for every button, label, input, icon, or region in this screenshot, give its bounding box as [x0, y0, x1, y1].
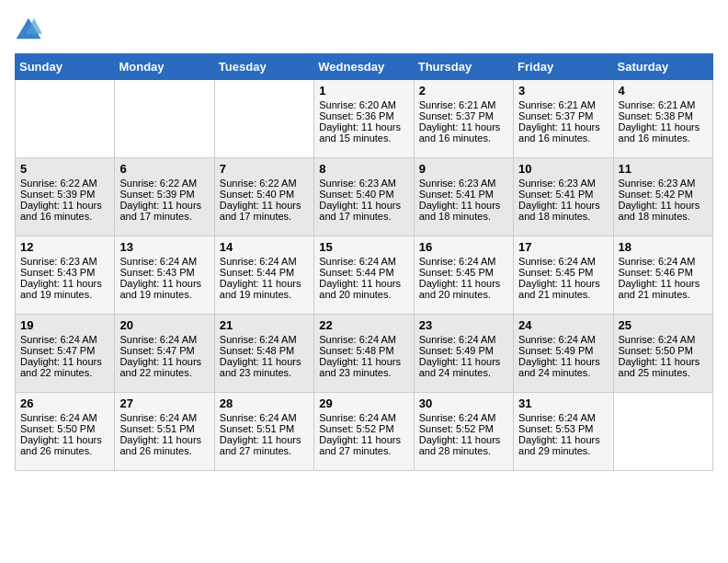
- day-info: Sunset: 5:51 PM: [119, 423, 209, 434]
- day-info: Sunset: 5:45 PM: [518, 267, 608, 278]
- logo: [15, 15, 46, 42]
- day-info: Daylight: 11 hours and 24 minutes.: [518, 356, 608, 378]
- day-number: 15: [319, 240, 408, 254]
- calendar-cell: 28Sunrise: 6:24 AMSunset: 5:51 PMDayligh…: [214, 393, 313, 471]
- day-number: 23: [419, 318, 508, 332]
- day-info: Sunrise: 6:21 AM: [419, 99, 508, 110]
- day-info: Daylight: 11 hours and 18 minutes.: [419, 200, 508, 222]
- day-number: 9: [419, 162, 508, 176]
- day-info: Sunrise: 6:24 AM: [319, 334, 408, 345]
- calendar-cell: 9Sunrise: 6:23 AMSunset: 5:41 PMDaylight…: [414, 158, 513, 236]
- day-info: Sunrise: 6:23 AM: [319, 178, 408, 189]
- calendar-header-wednesday: Wednesday: [314, 54, 414, 80]
- day-info: Daylight: 11 hours and 16 minutes.: [619, 121, 708, 144]
- calendar-cell: 10Sunrise: 6:23 AMSunset: 5:41 PMDayligh…: [514, 158, 613, 236]
- day-number: 10: [518, 162, 608, 176]
- day-number: 21: [220, 318, 309, 332]
- day-info: Daylight: 11 hours and 16 minutes.: [419, 121, 508, 144]
- day-info: Daylight: 11 hours and 27 minutes.: [220, 434, 309, 456]
- day-number: 16: [419, 240, 508, 254]
- day-info: Sunrise: 6:24 AM: [518, 256, 608, 267]
- day-info: Sunset: 5:39 PM: [119, 189, 209, 200]
- day-info: Sunrise: 6:24 AM: [619, 256, 708, 267]
- day-info: Sunset: 5:43 PM: [20, 267, 109, 278]
- day-number: 3: [518, 84, 608, 98]
- day-info: Sunset: 5:47 PM: [119, 345, 209, 356]
- day-info: Sunset: 5:49 PM: [419, 345, 508, 356]
- day-info: Sunset: 5:49 PM: [518, 345, 608, 356]
- day-info: Daylight: 11 hours and 26 minutes.: [119, 434, 209, 456]
- day-info: Sunrise: 6:20 AM: [319, 99, 408, 110]
- day-number: 1: [319, 84, 408, 98]
- day-info: Daylight: 11 hours and 16 minutes.: [518, 121, 608, 144]
- calendar-cell: 15Sunrise: 6:24 AMSunset: 5:44 PMDayligh…: [314, 236, 414, 315]
- day-info: Sunrise: 6:24 AM: [220, 412, 309, 423]
- calendar-cell: 3Sunrise: 6:21 AMSunset: 5:37 PMDaylight…: [514, 80, 613, 158]
- day-info: Sunset: 5:46 PM: [619, 267, 708, 278]
- day-info: Daylight: 11 hours and 27 minutes.: [319, 434, 408, 456]
- calendar-cell: [214, 80, 313, 158]
- day-info: Sunrise: 6:22 AM: [119, 178, 209, 189]
- day-info: Daylight: 11 hours and 18 minutes.: [619, 200, 708, 222]
- day-info: Sunrise: 6:24 AM: [319, 256, 408, 267]
- day-info: Sunrise: 6:23 AM: [419, 178, 508, 189]
- day-number: 12: [20, 240, 109, 254]
- day-info: Sunrise: 6:24 AM: [419, 256, 508, 267]
- day-info: Daylight: 11 hours and 23 minutes.: [220, 356, 309, 378]
- day-info: Sunrise: 6:21 AM: [518, 99, 608, 110]
- day-number: 19: [20, 318, 109, 332]
- day-number: 30: [419, 396, 508, 410]
- calendar-cell: 23Sunrise: 6:24 AMSunset: 5:49 PMDayligh…: [414, 315, 513, 393]
- calendar-cell: 16Sunrise: 6:24 AMSunset: 5:45 PMDayligh…: [414, 236, 513, 315]
- calendar-cell: 7Sunrise: 6:22 AMSunset: 5:40 PMDaylight…: [214, 158, 313, 236]
- day-number: 31: [518, 396, 608, 410]
- day-info: Sunset: 5:36 PM: [319, 110, 408, 121]
- day-info: Daylight: 11 hours and 25 minutes.: [619, 356, 708, 378]
- day-number: 28: [220, 396, 309, 410]
- calendar-cell: 31Sunrise: 6:24 AMSunset: 5:53 PMDayligh…: [514, 393, 613, 471]
- calendar-header-monday: Monday: [115, 54, 214, 80]
- calendar-cell: 24Sunrise: 6:24 AMSunset: 5:49 PMDayligh…: [514, 315, 613, 393]
- day-number: 29: [319, 396, 408, 410]
- day-number: 14: [220, 240, 309, 254]
- day-info: Sunset: 5:50 PM: [20, 423, 109, 434]
- day-info: Sunrise: 6:24 AM: [119, 412, 209, 423]
- day-info: Sunset: 5:44 PM: [220, 267, 309, 278]
- day-info: Daylight: 11 hours and 26 minutes.: [20, 434, 109, 456]
- calendar-cell: 11Sunrise: 6:23 AMSunset: 5:42 PMDayligh…: [613, 158, 712, 236]
- day-info: Sunset: 5:51 PM: [220, 423, 309, 434]
- day-number: 26: [20, 396, 109, 410]
- day-info: Sunset: 5:37 PM: [518, 110, 608, 121]
- day-info: Sunset: 5:40 PM: [319, 189, 408, 200]
- calendar-cell: 30Sunrise: 6:24 AMSunset: 5:52 PMDayligh…: [414, 393, 513, 471]
- day-info: Sunrise: 6:23 AM: [619, 178, 708, 189]
- day-info: Sunrise: 6:24 AM: [20, 412, 109, 423]
- day-number: 17: [518, 240, 608, 254]
- day-info: Sunset: 5:40 PM: [220, 189, 309, 200]
- day-number: 13: [119, 240, 209, 254]
- day-info: Sunset: 5:41 PM: [518, 189, 608, 200]
- calendar-cell: 13Sunrise: 6:24 AMSunset: 5:43 PMDayligh…: [115, 236, 214, 315]
- day-number: 5: [20, 162, 109, 176]
- day-info: Daylight: 11 hours and 19 minutes.: [119, 278, 209, 300]
- calendar-header-friday: Friday: [514, 54, 613, 80]
- day-info: Sunset: 5:52 PM: [319, 423, 408, 434]
- calendar-cell: 26Sunrise: 6:24 AMSunset: 5:50 PMDayligh…: [16, 393, 115, 471]
- calendar-header-saturday: Saturday: [613, 54, 712, 80]
- calendar-cell: 1Sunrise: 6:20 AMSunset: 5:36 PMDaylight…: [314, 80, 414, 158]
- calendar-cell: 20Sunrise: 6:24 AMSunset: 5:47 PMDayligh…: [115, 315, 214, 393]
- calendar-cell: 18Sunrise: 6:24 AMSunset: 5:46 PMDayligh…: [613, 236, 712, 315]
- day-info: Sunrise: 6:24 AM: [20, 334, 109, 345]
- calendar-cell: 4Sunrise: 6:21 AMSunset: 5:38 PMDaylight…: [613, 80, 712, 158]
- day-info: Sunrise: 6:24 AM: [220, 256, 309, 267]
- day-info: Sunrise: 6:24 AM: [119, 256, 209, 267]
- day-info: Sunrise: 6:23 AM: [20, 256, 109, 267]
- day-number: 27: [119, 396, 209, 410]
- calendar-week-row: 19Sunrise: 6:24 AMSunset: 5:47 PMDayligh…: [16, 315, 713, 393]
- day-info: Sunrise: 6:24 AM: [119, 334, 209, 345]
- calendar-cell: [613, 393, 712, 471]
- day-info: Sunrise: 6:24 AM: [319, 412, 408, 423]
- calendar-cell: 5Sunrise: 6:22 AMSunset: 5:39 PMDaylight…: [16, 158, 115, 236]
- day-number: 25: [619, 318, 708, 332]
- calendar-cell: 6Sunrise: 6:22 AMSunset: 5:39 PMDaylight…: [115, 158, 214, 236]
